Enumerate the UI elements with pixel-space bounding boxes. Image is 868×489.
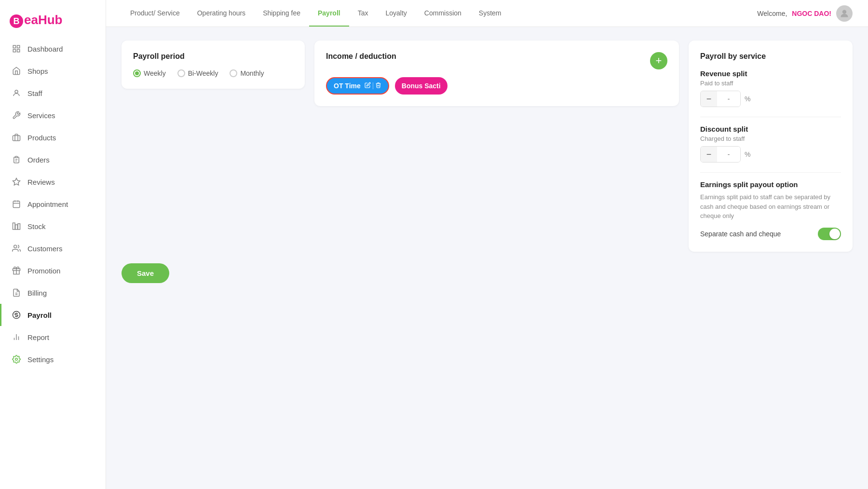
- discount-percent-label: %: [745, 150, 750, 158]
- revenue-split-input-row: − %: [700, 91, 841, 107]
- topbar: Product/ Service Operating hours Shippin…: [106, 0, 868, 27]
- page-content: Payroll period Weekly Bi-Weekly Monthly: [106, 27, 868, 489]
- radio-weekly-circle: [133, 69, 141, 77]
- svg-rect-1: [17, 45, 20, 48]
- orders-icon: [11, 154, 22, 165]
- separate-cash-cheque-toggle[interactable]: [818, 228, 841, 240]
- reviews-icon: [11, 177, 22, 187]
- sidebar-item-orders[interactable]: Orders: [0, 149, 106, 171]
- ot-time-delete-icon[interactable]: [375, 82, 381, 90]
- logo-icon: B: [10, 14, 23, 28]
- toggle-row: Separate cash and cheque: [700, 228, 841, 240]
- logo: BeaHub: [0, 5, 106, 38]
- tab-product-service[interactable]: Product/ Service: [122, 0, 189, 27]
- revenue-split-decrement[interactable]: −: [701, 91, 717, 107]
- radio-biweekly-circle: [177, 69, 185, 77]
- tab-payroll[interactable]: Payroll: [309, 0, 349, 27]
- discount-split-label: Discount split: [700, 125, 841, 133]
- discount-split-control: −: [700, 146, 741, 163]
- welcome-name: NGOC DAO!: [792, 10, 831, 17]
- income-tag-bonus-sacti[interactable]: Bonus Sacti: [395, 77, 448, 95]
- svg-rect-15: [15, 225, 18, 230]
- sidebar-item-reviews[interactable]: Reviews: [0, 171, 106, 193]
- radio-group: Weekly Bi-Weekly Monthly: [133, 69, 293, 77]
- radio-monthly-label: Monthly: [240, 69, 264, 77]
- sidebar-item-settings[interactable]: Settings: [0, 348, 106, 370]
- shops-icon: [11, 66, 22, 76]
- tab-system[interactable]: System: [470, 0, 510, 27]
- radio-weekly[interactable]: Weekly: [133, 69, 166, 77]
- bonus-sacti-label: Bonus Sacti: [402, 82, 441, 90]
- tab-loyalty[interactable]: Loyalty: [377, 0, 415, 27]
- topbar-right: Welcome, NGOC DAO!: [757, 5, 853, 22]
- sidebar-item-appointment[interactable]: Appointment: [0, 193, 106, 215]
- stock-icon: [11, 221, 22, 231]
- discount-split-section: Discount split Charged to staff − %: [700, 125, 841, 163]
- tab-tax[interactable]: Tax: [349, 0, 377, 27]
- radio-monthly[interactable]: Monthly: [230, 69, 264, 77]
- discount-split-decrement[interactable]: −: [701, 146, 717, 163]
- revenue-split-input[interactable]: [717, 91, 740, 107]
- save-button[interactable]: Save: [122, 263, 169, 283]
- discount-split-input[interactable]: [717, 146, 740, 163]
- add-income-button[interactable]: +: [650, 52, 667, 69]
- sidebar-label-promotion: Promotion: [27, 267, 60, 275]
- discount-split-input-row: − %: [700, 146, 841, 163]
- payroll-period-title: Payroll period: [133, 52, 293, 61]
- revenue-percent-label: %: [745, 95, 750, 103]
- sidebar-item-promotion[interactable]: Promotion: [0, 259, 106, 282]
- sidebar-label-payroll: Payroll: [27, 311, 52, 319]
- sidebar-label-shops: Shops: [27, 67, 48, 75]
- radio-biweekly[interactable]: Bi-Weekly: [177, 69, 218, 77]
- report-icon: [11, 332, 22, 342]
- divider-1: [700, 117, 841, 117]
- sidebar-item-shops[interactable]: Shops: [0, 60, 106, 82]
- earnings-desc: Earnings split paid to staff can be sepa…: [700, 192, 841, 221]
- tab-shipping-fee[interactable]: Shipping fee: [254, 0, 309, 27]
- radio-biweekly-label: Bi-Weekly: [188, 69, 218, 77]
- cards-row: Payroll period Weekly Bi-Weekly Monthly: [122, 41, 853, 252]
- sidebar-item-report[interactable]: Report: [0, 326, 106, 348]
- sidebar-label-services: Services: [27, 111, 55, 120]
- divider-2: [700, 172, 841, 173]
- services-icon: [11, 110, 22, 121]
- tab-commission[interactable]: Commission: [416, 0, 470, 27]
- main-body: Product/ Service Operating hours Shippin…: [106, 0, 868, 489]
- sidebar-label-settings: Settings: [27, 355, 54, 364]
- payroll-service-card: Payroll by service Revenue split Paid to…: [689, 41, 853, 252]
- svg-rect-2: [13, 50, 15, 52]
- tab-operating-hours[interactable]: Operating hours: [189, 0, 254, 27]
- sidebar-item-stock[interactable]: Stock: [0, 215, 106, 237]
- avatar[interactable]: [836, 5, 853, 22]
- sidebar-item-payroll[interactable]: Payroll: [0, 304, 106, 326]
- earnings-section: Earnings split payout option Earnings sp…: [700, 180, 841, 240]
- toggle-label: Separate cash and cheque: [700, 230, 781, 238]
- sidebar-label-orders: Orders: [27, 156, 50, 164]
- svg-rect-6: [15, 156, 18, 158]
- topbar-tabs: Product/ Service Operating hours Shippin…: [122, 0, 510, 27]
- sidebar-item-services[interactable]: Services: [0, 104, 106, 126]
- earnings-title: Earnings split payout option: [700, 180, 841, 189]
- sidebar-item-billing[interactable]: Billing: [0, 282, 106, 304]
- svg-marker-9: [13, 178, 20, 185]
- income-tag-ot-time[interactable]: OT Time: [326, 77, 389, 95]
- payroll-service-title: Payroll by service: [700, 52, 841, 61]
- payroll-period-card: Payroll period Weekly Bi-Weekly Monthly: [122, 41, 305, 89]
- income-items: OT Time Bonus Sacti: [326, 77, 667, 95]
- sidebar-item-dashboard[interactable]: Dashboard: [0, 38, 106, 60]
- sidebar-label-products: Products: [27, 134, 56, 142]
- sidebar-label-staff: Staff: [27, 89, 42, 97]
- staff-icon: [11, 88, 22, 98]
- sidebar-item-customers[interactable]: Customers: [0, 237, 106, 259]
- radio-monthly-circle: [230, 69, 237, 77]
- revenue-split-label: Revenue split: [700, 69, 841, 78]
- sidebar-label-reviews: Reviews: [27, 178, 55, 186]
- products-icon: [11, 132, 22, 143]
- promotion-icon: [11, 265, 22, 276]
- svg-point-27: [842, 10, 846, 14]
- ot-time-edit-icon[interactable]: [365, 82, 371, 90]
- sidebar-item-products[interactable]: Products: [0, 126, 106, 149]
- income-title: Income / deduction: [326, 52, 396, 61]
- sidebar-label-billing: Billing: [27, 289, 47, 297]
- sidebar-item-staff[interactable]: Staff: [0, 82, 106, 104]
